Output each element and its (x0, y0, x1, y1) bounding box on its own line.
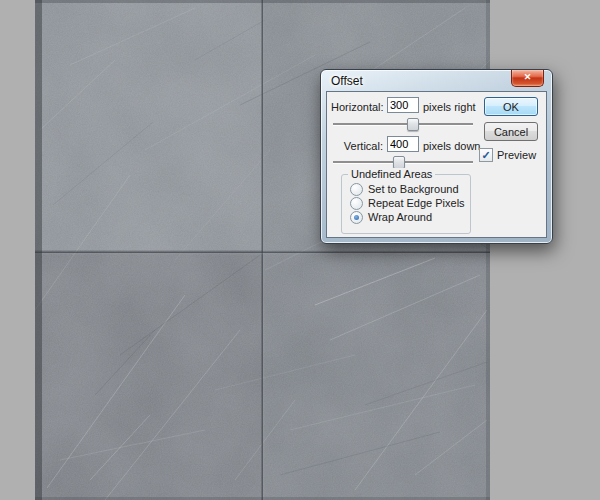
radio-icon[interactable] (350, 183, 363, 196)
horizontal-input[interactable] (387, 97, 419, 113)
radio-icon[interactable] (350, 197, 363, 210)
offset-dialog: Offset ✕ Horizontal: pixels right OK Can… (320, 69, 553, 244)
horizontal-label: Horizontal: (331, 101, 383, 113)
checkbox-icon[interactable]: ✓ (479, 148, 493, 162)
horizontal-unit-label: pixels right (423, 101, 476, 113)
undefined-areas-title: Undefined Areas (348, 168, 435, 180)
close-icon: ✕ (524, 72, 532, 82)
vertical-label: Vertical: (331, 140, 383, 152)
radio-label: Set to Background (368, 183, 459, 195)
undefined-areas-group: Undefined Areas Set to Background Repeat… (341, 174, 471, 234)
vertical-slider[interactable] (333, 155, 473, 169)
dialog-titlebar[interactable]: Offset ✕ (321, 70, 552, 91)
radio-repeat-edge-pixels[interactable]: Repeat Edge Pixels (350, 197, 465, 209)
close-button[interactable]: ✕ (511, 70, 544, 87)
vertical-input[interactable] (387, 136, 419, 152)
radio-wrap-around[interactable]: Wrap Around (350, 211, 432, 223)
vertical-unit-label: pixels down (423, 140, 480, 152)
slider-track (333, 123, 473, 126)
check-mark-icon: ✓ (481, 150, 490, 160)
dialog-title: Offset (331, 74, 363, 88)
cancel-button[interactable]: Cancel (484, 122, 538, 141)
horizontal-slider[interactable] (333, 117, 473, 131)
preview-label: Preview (497, 149, 536, 161)
radio-icon[interactable] (350, 211, 363, 224)
radio-label: Wrap Around (368, 211, 432, 223)
radio-label: Repeat Edge Pixels (368, 197, 465, 209)
radio-set-to-background[interactable]: Set to Background (350, 183, 459, 195)
dialog-body: Horizontal: pixels right OK Cancel Verti… (326, 91, 547, 238)
ok-button[interactable]: OK (484, 97, 538, 116)
horizontal-slider-thumb[interactable] (407, 118, 419, 131)
preview-checkbox[interactable]: ✓ Preview (479, 148, 536, 162)
